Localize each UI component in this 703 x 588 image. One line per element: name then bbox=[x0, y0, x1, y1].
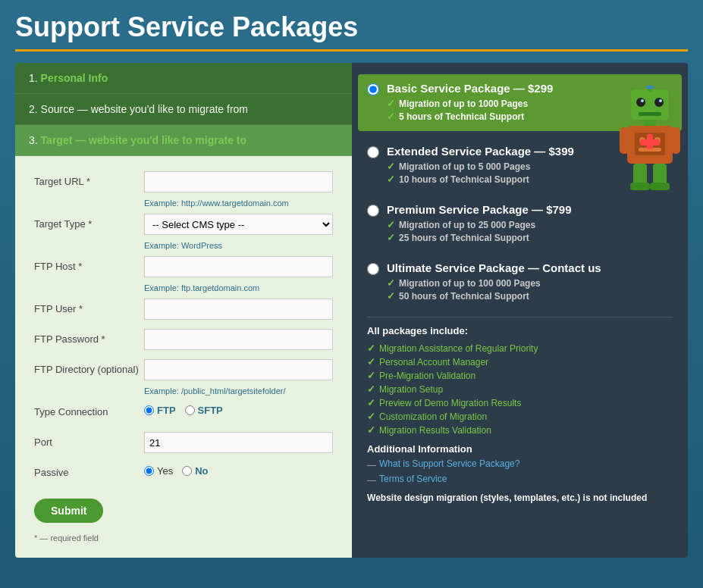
ftp-radio-option[interactable]: FTP bbox=[144, 405, 176, 416]
ftp-host-row: FTP Host * bbox=[34, 256, 333, 280]
include-item-5: ✓ Preview of Demo Migration Results bbox=[367, 397, 673, 408]
checkmark-icon: ✓ bbox=[387, 277, 395, 289]
package-premium-info: Premium Service Package — $799 ✓ Migrati… bbox=[387, 203, 673, 245]
package-ultimate-info: Ultimate Service Package — Contact us ✓ … bbox=[387, 261, 673, 303]
target-type-row: Target Type * -- Select CMS type -- Word… bbox=[34, 214, 333, 238]
step-3-label: Target — website you'd like to migrate t… bbox=[41, 134, 246, 146]
passive-no-radio[interactable] bbox=[182, 466, 192, 476]
includes-title: All packages include: bbox=[367, 325, 673, 336]
type-connection-label: Type Connection bbox=[34, 402, 144, 418]
package-premium-feature-2: ✓ 25 hours of Technical Support bbox=[387, 232, 673, 243]
port-label: Port bbox=[34, 432, 144, 448]
package-ultimate[interactable]: Ultimate Service Package — Contact us ✓ … bbox=[367, 258, 673, 306]
target-url-label: Target URL * bbox=[34, 171, 144, 187]
step-1[interactable]: 1. Personal Info bbox=[15, 63, 352, 94]
yes-radio-label: Yes bbox=[157, 465, 173, 477]
ftp-password-input[interactable] bbox=[144, 329, 333, 350]
ftp-directory-input[interactable] bbox=[144, 359, 333, 380]
include-item-3: ✓ Pre-Migration Validation bbox=[367, 370, 673, 381]
ftp-password-row: FTP Password * bbox=[34, 329, 333, 353]
package-premium-feature-1: ✓ Migration of up to 25 000 Pages bbox=[387, 219, 673, 230]
package-extended-radio[interactable] bbox=[367, 146, 379, 158]
ftp-host-hint: Example: ftp.targetdomain.com bbox=[144, 283, 333, 292]
terms-of-service-link[interactable]: Terms of Service bbox=[379, 474, 447, 484]
checkmark-icon: ✓ bbox=[367, 370, 375, 381]
form-area: Target URL * Example: http://www.targetd… bbox=[15, 156, 352, 558]
checkmark-icon: ✓ bbox=[387, 290, 395, 302]
include-item-1: ✓ Migration Assistance of Regular Priori… bbox=[367, 342, 673, 354]
ftp-user-label: FTP User * bbox=[34, 299, 144, 314]
step-2-number: 2. bbox=[29, 103, 41, 115]
passive-label: Passive bbox=[34, 462, 144, 478]
target-type-label: Target Type * bbox=[34, 214, 144, 230]
port-input[interactable] bbox=[144, 432, 333, 453]
additional-link-1-row: — What is Support Service Package? bbox=[367, 458, 673, 471]
package-basic-radio[interactable] bbox=[367, 83, 379, 95]
package-ultimate-radio[interactable] bbox=[367, 263, 379, 275]
target-type-select[interactable]: -- Select CMS type -- WordPress Joomla D… bbox=[144, 214, 333, 235]
checkmark-icon: ✓ bbox=[387, 174, 395, 185]
target-url-hint: Example: http://www.targetdomain.com bbox=[144, 199, 333, 208]
dash-1: — bbox=[367, 460, 376, 471]
ftp-directory-row: FTP Directory (optional) bbox=[34, 359, 333, 383]
svg-rect-16 bbox=[620, 127, 629, 154]
checkmark-icon: ✓ bbox=[387, 219, 395, 230]
svg-rect-7 bbox=[639, 112, 661, 116]
ftp-user-row: FTP User * bbox=[34, 299, 333, 323]
no-radio-label: No bbox=[195, 465, 208, 477]
package-premium-name: Premium Service Package — $799 bbox=[387, 203, 673, 216]
step-2-label: Source — website you'd like to migrate f… bbox=[41, 103, 248, 115]
include-item-6: ✓ Customization of Migration bbox=[367, 411, 673, 422]
checkmark-icon: ✓ bbox=[387, 98, 395, 109]
design-note: Website design migration (styles, templa… bbox=[367, 493, 673, 503]
svg-rect-17 bbox=[671, 127, 680, 154]
include-item-2: ✓ Personal Account Manager bbox=[367, 356, 673, 368]
svg-rect-20 bbox=[630, 183, 650, 190]
ftp-radio-label: FTP bbox=[157, 405, 176, 416]
target-url-row: Target URL * bbox=[34, 171, 333, 195]
sftp-radio-option[interactable]: SFTP bbox=[185, 405, 223, 416]
include-item-4: ✓ Migration Setup bbox=[367, 383, 673, 395]
page-title: Support Service Packages bbox=[15, 11, 688, 52]
ftp-host-label: FTP Host * bbox=[34, 256, 144, 272]
ftp-radio[interactable] bbox=[144, 405, 154, 415]
step-3-number: 3. bbox=[29, 134, 41, 146]
svg-point-4 bbox=[659, 99, 662, 102]
ftp-host-input[interactable] bbox=[144, 256, 333, 277]
svg-point-3 bbox=[641, 99, 644, 102]
required-note: * — required field bbox=[34, 533, 333, 546]
dash-2: — bbox=[367, 475, 376, 486]
no-radio-option[interactable]: No bbox=[182, 465, 208, 477]
left-panel: 1. Personal Info 2. Source — website you… bbox=[15, 63, 352, 558]
what-is-link[interactable]: What is Support Service Package? bbox=[379, 458, 519, 469]
sftp-radio-label: SFTP bbox=[198, 405, 223, 416]
svg-rect-21 bbox=[650, 183, 670, 190]
step-3[interactable]: 3. Target — website you'd like to migrat… bbox=[15, 125, 352, 156]
ftp-user-input[interactable] bbox=[144, 299, 333, 320]
checkmark-icon: ✓ bbox=[387, 161, 395, 172]
target-url-input[interactable] bbox=[144, 171, 333, 192]
checkmark-icon: ✓ bbox=[367, 342, 375, 354]
svg-rect-15 bbox=[640, 139, 660, 145]
checkmark-icon: ✓ bbox=[387, 111, 395, 122]
passive-yes-radio[interactable] bbox=[144, 466, 154, 476]
checkmark-icon: ✓ bbox=[367, 356, 375, 368]
step-2[interactable]: 2. Source — website you'd like to migrat… bbox=[15, 94, 352, 125]
step-1-number: 1. bbox=[29, 72, 41, 84]
sftp-radio[interactable] bbox=[185, 405, 195, 415]
package-premium-radio[interactable] bbox=[367, 205, 379, 217]
port-row: Port bbox=[34, 432, 333, 456]
main-content: 1. Personal Info 2. Source — website you… bbox=[15, 63, 688, 558]
divider bbox=[367, 317, 673, 317]
svg-point-6 bbox=[646, 86, 654, 89]
package-premium[interactable]: Premium Service Package — $799 ✓ Migrati… bbox=[367, 200, 673, 248]
package-ultimate-feature-2: ✓ 50 hours of Technical Support bbox=[387, 290, 673, 302]
package-ultimate-feature-1: ✓ Migration of up to 100 000 Pages bbox=[387, 277, 673, 289]
additional-title: Additional Information bbox=[367, 443, 673, 455]
passive-row: Passive Yes No bbox=[34, 462, 333, 486]
checkmark-icon: ✓ bbox=[367, 424, 375, 436]
submit-button[interactable]: Submit bbox=[34, 499, 103, 523]
yes-radio-option[interactable]: Yes bbox=[144, 465, 173, 477]
step-1-label: Personal Info bbox=[41, 72, 108, 84]
type-connection-group: FTP SFTP bbox=[144, 402, 223, 416]
